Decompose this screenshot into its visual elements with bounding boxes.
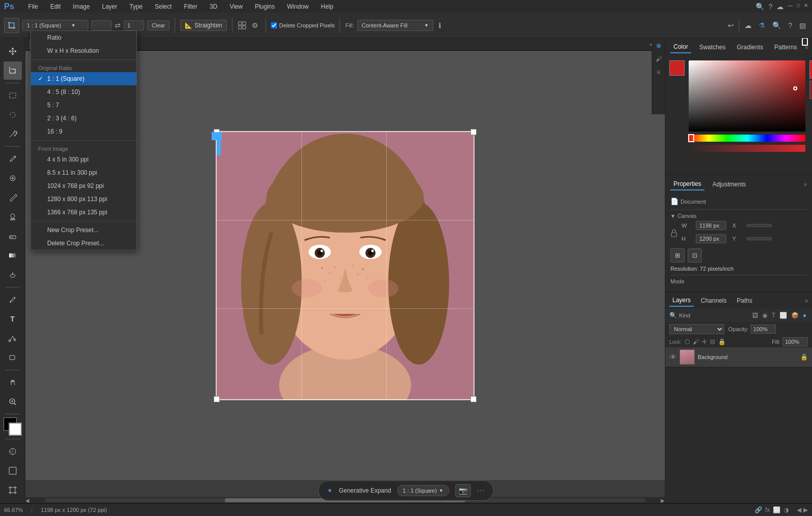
dropdown-ratio[interactable]: Ratio xyxy=(31,31,137,44)
canvas-resize-btn[interactable]: ⊞ xyxy=(670,248,685,263)
mini-tool-3[interactable]: ≡ xyxy=(653,67,664,78)
tool-crop-icon[interactable] xyxy=(4,18,19,33)
layer-filter-text[interactable]: T xyxy=(770,311,776,320)
lock-pixels-icon[interactable]: 🖌 xyxy=(693,338,699,345)
tool-artboard[interactable] xyxy=(4,481,22,499)
bottom-adjust-icon[interactable]: ◑ xyxy=(784,506,789,513)
canvas-crop-btn[interactable]: ⊡ xyxy=(688,248,702,263)
color-gradient-picker[interactable] xyxy=(689,60,805,132)
h-scroll-left[interactable]: ◀ xyxy=(25,498,29,503)
tool-move[interactable] xyxy=(4,42,22,60)
crop-handle-br[interactable] xyxy=(470,396,477,402)
menu-layer[interactable]: Layer xyxy=(100,2,119,11)
tool-text[interactable]: T xyxy=(4,310,22,328)
tool-eyedropper[interactable] xyxy=(4,150,22,168)
dropdown-1366x768[interactable]: 1366 x 768 px 135 ppi xyxy=(31,206,137,219)
layer-filter-image[interactable]: 🖼 xyxy=(751,311,760,320)
canvas-width-value[interactable]: 1198 px xyxy=(696,221,726,230)
menu-plugins[interactable]: Plugins xyxy=(253,2,277,11)
height-input[interactable] xyxy=(124,20,144,30)
help-icon[interactable]: ? xyxy=(768,3,772,11)
close-icon[interactable]: ✕ xyxy=(804,3,808,11)
swap-icon[interactable]: ⇄ xyxy=(115,21,121,29)
lock-position-icon[interactable]: ✛ xyxy=(702,338,707,345)
delete-cropped-checkbox[interactable] xyxy=(271,22,277,28)
canvas-x-value[interactable] xyxy=(747,224,772,227)
menu-filter[interactable]: Filter xyxy=(182,2,199,11)
menu-type[interactable]: Type xyxy=(127,2,145,11)
tool-dodge[interactable] xyxy=(4,266,22,284)
canvas-y-value[interactable] xyxy=(747,237,772,240)
crop-handle-mr[interactable] xyxy=(217,145,221,155)
layer-filter-shape[interactable]: ⬜ xyxy=(778,311,789,320)
crop-handle-ml[interactable] xyxy=(217,135,221,145)
minimize-icon[interactable]: — xyxy=(788,3,793,11)
dropdown-16-9[interactable]: 16 : 9 xyxy=(31,125,137,138)
tab-patterns[interactable]: Patterns xyxy=(771,42,800,53)
layout-icon-btn[interactable]: ▤ xyxy=(797,19,808,31)
bottom-mask-icon[interactable]: ⬜ xyxy=(773,506,781,513)
tool-gradient[interactable] xyxy=(4,246,22,265)
crop-handle-tr[interactable] xyxy=(470,129,477,135)
dropdown-1-1-square[interactable]: ✓ 1 : 1 (Square) xyxy=(31,72,137,85)
tab-layers[interactable]: Layers xyxy=(669,295,694,307)
layers-panel-more[interactable]: ≡ xyxy=(805,298,808,304)
nav-left-icon[interactable]: ◀ xyxy=(797,506,801,513)
h-scroll-right[interactable]: ▶ xyxy=(661,498,665,503)
lock-transparent-icon[interactable]: ⬡ xyxy=(685,338,690,345)
tool-hand[interactable] xyxy=(4,373,22,392)
tool-magic-wand[interactable] xyxy=(4,125,22,143)
menu-select[interactable]: Select xyxy=(153,2,174,11)
mini-tool-2[interactable]: 🖌 xyxy=(653,53,664,64)
dropdown-delete-crop-preset[interactable]: Delete Crop Preset... xyxy=(31,237,137,250)
canvas-height-value[interactable]: 1200 px xyxy=(696,234,726,243)
straighten-button[interactable]: 📐 Straighten xyxy=(180,20,227,31)
foreground-swatch[interactable] xyxy=(669,60,685,76)
tab-paths[interactable]: Paths xyxy=(734,295,756,306)
neural-icon-btn[interactable]: ⚗ xyxy=(757,19,767,31)
properties-panel-more[interactable]: ≡ xyxy=(804,182,807,187)
tool-eraser[interactable] xyxy=(4,227,22,245)
nav-right-icon[interactable]: ▶ xyxy=(803,506,808,513)
dropdown-4-5[interactable]: 4 : 5 (8 : 10) xyxy=(31,85,137,99)
tool-select-rect[interactable] xyxy=(4,86,22,105)
help-toolbar-icon-btn[interactable]: ? xyxy=(786,19,794,31)
tab-channels[interactable]: Channels xyxy=(698,295,730,306)
cloud-sync-icon-btn[interactable]: ☁ xyxy=(742,19,754,31)
tab-swatches[interactable]: Swatches xyxy=(696,42,729,53)
layer-visibility-icon[interactable]: 👁 xyxy=(669,353,676,361)
fill-info-icon[interactable]: ℹ xyxy=(436,19,443,31)
tool-change-screen[interactable] xyxy=(4,462,22,480)
background-color[interactable] xyxy=(9,423,22,436)
opacity-input[interactable]: 100% xyxy=(751,325,776,334)
fill-dropdown[interactable]: Content-Aware Fill ▼ xyxy=(357,20,433,31)
menu-window[interactable]: Window xyxy=(285,2,311,11)
tool-crop[interactable] xyxy=(4,61,22,80)
blend-mode-select[interactable]: Normal xyxy=(669,324,724,334)
color-alpha-slider[interactable] xyxy=(689,145,805,152)
tool-heal[interactable] xyxy=(4,169,22,187)
settings-icon-btn[interactable]: ⚙ xyxy=(250,19,260,31)
layer-filter-active[interactable]: ● xyxy=(801,311,808,320)
tool-brush[interactable] xyxy=(4,188,22,207)
crop-handle-bl[interactable] xyxy=(214,396,220,402)
tool-pen[interactable] xyxy=(4,291,22,309)
menu-image[interactable]: Image xyxy=(71,2,92,11)
color-previous-preview[interactable] xyxy=(809,81,812,99)
tool-stamp[interactable] xyxy=(4,208,22,226)
dropdown-new-crop-preset[interactable]: New Crop Preset... xyxy=(31,223,137,237)
mini-tool-1[interactable]: ⊕ xyxy=(653,40,664,51)
menu-view[interactable]: View xyxy=(227,2,245,11)
lock-all-icon[interactable]: 🔒 xyxy=(718,338,726,345)
fill-input[interactable] xyxy=(783,337,808,346)
tool-zoom[interactable] xyxy=(4,393,22,411)
tab-color[interactable]: Color xyxy=(670,41,691,53)
tool-quick-mask[interactable] xyxy=(4,442,22,461)
clear-button[interactable]: Clear xyxy=(147,20,170,30)
color-current-preview[interactable] xyxy=(809,60,812,79)
tab-adjustments[interactable]: Adjustments xyxy=(709,179,749,190)
dropdown-5-7[interactable]: 5 : 7 xyxy=(31,99,137,112)
color-hue-slider[interactable] xyxy=(689,135,805,142)
ratio-dropdown[interactable]: 1 : 1 (Square) ▼ xyxy=(22,20,88,31)
bottom-fx-icon[interactable]: fx xyxy=(765,506,770,513)
